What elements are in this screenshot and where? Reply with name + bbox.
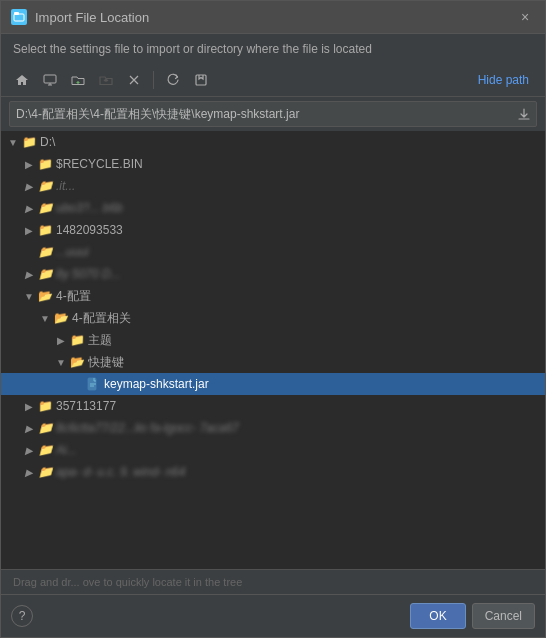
expand-arrow: ▶: [21, 420, 37, 436]
tree-item[interactable]: ▶ 📁 1482093533: [1, 219, 545, 241]
folder-icon: 📁: [37, 200, 53, 216]
expand-arrow: [69, 376, 85, 392]
dialog-icon: [11, 9, 27, 25]
path-input[interactable]: [10, 103, 512, 125]
folder-icon: 📁: [37, 266, 53, 282]
tree-item-label: 主题: [88, 332, 545, 349]
expand-arrow: ▶: [21, 178, 37, 194]
new-folder-button[interactable]: [65, 68, 91, 92]
tree-item-label: D:\: [40, 135, 545, 149]
file-tree[interactable]: ▼ 📁 D:\ ▶ 📁 $RECYCLE.BIN ▶ 📁 .it... ▶ 📁 …: [1, 131, 545, 569]
ok-button[interactable]: OK: [410, 603, 465, 629]
tree-item-label: .it...: [56, 179, 545, 193]
tree-item[interactable]: ▼ 📁 D:\: [1, 131, 545, 153]
tree-item-label: $RECYCLE.BIN: [56, 157, 545, 171]
expand-arrow: ▶: [21, 464, 37, 480]
svg-rect-0: [14, 14, 24, 21]
bookmark-button[interactable]: [188, 68, 214, 92]
up-button[interactable]: [93, 68, 119, 92]
expand-arrow: ▼: [21, 288, 37, 304]
path-bar: [9, 101, 537, 127]
tree-item-label: ...uuui: [56, 245, 545, 259]
dialog-title: Import File Location: [35, 10, 507, 25]
folder-icon: 📂: [53, 310, 69, 326]
tree-item[interactable]: ▶ 📁 主题: [1, 329, 545, 351]
tree-item-label: 4-配置: [56, 288, 545, 305]
tree-item-label: keymap-shkstart.jar: [104, 377, 545, 391]
dialog-subtitle: Select the settings file to import or di…: [1, 34, 545, 64]
refresh-button[interactable]: [160, 68, 186, 92]
expand-arrow: ▼: [5, 134, 21, 150]
folder-icon: 📁: [37, 244, 53, 260]
tree-item[interactable]: 📁 ...uuui: [1, 241, 545, 263]
folder-icon: 📁: [37, 178, 53, 194]
tree-item-label: 8y 5070 D...: [56, 267, 545, 281]
tree-item[interactable]: ▼ 📂 4-配置相关: [1, 307, 545, 329]
folder-icon: 📁: [37, 222, 53, 238]
selected-tree-item[interactable]: keymap-shkstart.jar: [1, 373, 545, 395]
tree-item[interactable]: ▶ 📁 8y 5070 D...: [1, 263, 545, 285]
file-icon: [85, 376, 101, 392]
expand-arrow: [21, 244, 37, 260]
expand-arrow: ▶: [21, 156, 37, 172]
tree-item-label: 快捷键: [88, 354, 545, 371]
expand-arrow: ▶: [21, 266, 37, 282]
toolbar: Hide path: [1, 64, 545, 97]
expand-arrow: ▶: [21, 442, 37, 458]
tree-item[interactable]: ▶ 📁 357113177: [1, 395, 545, 417]
tree-item-label: apa- d- u.c. 9. wind- n64: [56, 465, 545, 479]
separator-1: [153, 71, 154, 89]
folder-icon: 📁: [37, 156, 53, 172]
expand-arrow: ▼: [37, 310, 53, 326]
svg-rect-3: [196, 75, 206, 85]
tree-item[interactable]: ▼ 📂 快捷键: [1, 351, 545, 373]
folder-icon: 📂: [37, 288, 53, 304]
close-button[interactable]: ×: [515, 7, 535, 27]
svg-rect-2: [44, 75, 56, 83]
folder-icon: 📁: [37, 398, 53, 414]
svg-rect-1: [14, 12, 19, 15]
tree-item[interactable]: ▶ 📁 $RECYCLE.BIN: [1, 153, 545, 175]
tree-item-label: ubo3?... b6b: [56, 201, 545, 215]
home-button[interactable]: [9, 68, 35, 92]
expand-arrow: ▶: [53, 332, 69, 348]
folder-icon: 📂: [69, 354, 85, 370]
tree-item[interactable]: ▶ 📁 Ai...: [1, 439, 545, 461]
expand-arrow: ▶: [21, 222, 37, 238]
tree-item-label: 1482093533: [56, 223, 545, 237]
tree-item-label: 4-配置相关: [72, 310, 545, 327]
expand-arrow: ▼: [53, 354, 69, 370]
desktop-button[interactable]: [37, 68, 63, 92]
import-file-dialog: Import File Location × Select the settin…: [0, 0, 546, 638]
drag-hint: Drag and dr... ove to quickly locate it …: [1, 569, 545, 594]
footer: ? OK Cancel: [1, 594, 545, 637]
folder-icon: 📁: [69, 332, 85, 348]
hide-path-button[interactable]: Hide path: [470, 71, 537, 89]
tree-item[interactable]: ▶ 📁 ubo3?... b6b: [1, 197, 545, 219]
tree-item-label: 8c6ctta77/22...lio fa-lgocc- 7aca67: [56, 421, 545, 435]
tree-item[interactable]: ▶ 📁 apa- d- u.c. 9. wind- n64: [1, 461, 545, 483]
path-download-button[interactable]: [512, 102, 536, 126]
tree-item[interactable]: ▶ 📁 .it...: [1, 175, 545, 197]
folder-icon: 📁: [21, 134, 37, 150]
expand-arrow: ▶: [21, 200, 37, 216]
tree-item[interactable]: ▶ 📁 8c6ctta77/22...lio fa-lgocc- 7aca67: [1, 417, 545, 439]
title-bar: Import File Location ×: [1, 1, 545, 34]
folder-icon: 📁: [37, 464, 53, 480]
folder-icon: 📁: [37, 442, 53, 458]
help-button[interactable]: ?: [11, 605, 33, 627]
folder-icon: 📁: [37, 420, 53, 436]
delete-button[interactable]: [121, 68, 147, 92]
tree-item-label: Ai...: [56, 443, 545, 457]
cancel-button[interactable]: Cancel: [472, 603, 535, 629]
tree-item-label: 357113177: [56, 399, 545, 413]
tree-item[interactable]: ▼ 📂 4-配置: [1, 285, 545, 307]
expand-arrow: ▶: [21, 398, 37, 414]
